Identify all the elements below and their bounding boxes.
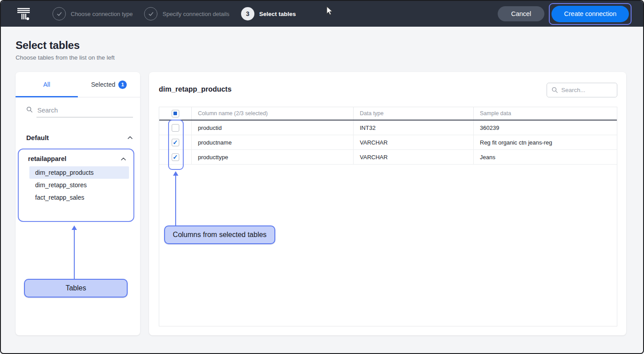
table-list: dim_retapp_products dim_retapp_stores fa… xyxy=(29,166,129,204)
checkbox-column-annotation-outline xyxy=(168,120,184,170)
tab-selected[interactable]: Selected 1 xyxy=(78,72,140,97)
thoughtspot-logo-icon xyxy=(16,6,31,22)
header-sample-data: Sample data xyxy=(473,107,618,120)
schema-label: retailapparel xyxy=(28,155,66,162)
group-default-label: Default xyxy=(26,134,49,141)
chevron-up-icon xyxy=(127,133,133,141)
schema-retailapparel[interactable]: retailapparel xyxy=(28,155,126,163)
columns-table-body: productid INT32 360239 productname VARCH… xyxy=(159,121,617,165)
select-all-checkbox[interactable] xyxy=(172,110,179,117)
cell-data-type: VARCHAR xyxy=(353,135,473,149)
columns-panel: dim_retapp_products Column name (2/3 sel… xyxy=(149,72,626,335)
step2-check-icon xyxy=(144,7,157,20)
step1-label: Choose connection type xyxy=(71,11,133,17)
tab-selected-label: Selected xyxy=(91,81,115,88)
page-subtitle: Choose tables from the list on the left xyxy=(16,54,115,61)
table-row: productname VARCHAR Reg fit organic ctn … xyxy=(159,135,617,150)
tab-all-label: All xyxy=(43,81,50,88)
header-column-name: Column name (2/3 selected) xyxy=(191,107,353,120)
columns-arrow-line xyxy=(175,175,176,225)
wizard-topbar: Choose connection type Specify connectio… xyxy=(1,1,643,27)
cell-column-name: productname xyxy=(191,135,353,149)
columns-table-header: Column name (2/3 selected) Data type Sam… xyxy=(159,107,617,121)
mouse-cursor xyxy=(326,6,333,18)
step3-label: Select tables xyxy=(259,11,296,17)
cell-data-type: INT32 xyxy=(353,121,473,135)
columns-search xyxy=(547,83,617,97)
active-tab-underline xyxy=(16,96,78,97)
app-window: Choose connection type Specify connectio… xyxy=(0,0,644,354)
step3-number: 3 xyxy=(241,7,254,20)
page-title: Select tables xyxy=(16,39,80,52)
table-item-dim-retapp-products[interactable]: dim_retapp_products xyxy=(29,166,129,179)
tables-callout: Tables xyxy=(24,279,128,298)
columns-search-input[interactable] xyxy=(561,87,613,93)
page-content: Select tables Choose tables from the lis… xyxy=(1,27,643,353)
cell-column-name: producttype xyxy=(191,150,353,164)
table-item-fact-retapp-sales[interactable]: fact_retapp_sales xyxy=(29,191,129,204)
header-checkbox-cell xyxy=(159,107,191,120)
tables-arrow-line xyxy=(74,229,75,279)
table-row: productid INT32 360239 xyxy=(159,121,617,135)
wizard-steps: Choose connection type Specify connectio… xyxy=(52,7,296,20)
tables-annotation-outline: retailapparel dim_retapp_products dim_re… xyxy=(18,149,134,222)
selected-table-title: dim_retapp_products xyxy=(159,85,232,93)
sidebar-search-input[interactable] xyxy=(36,106,133,117)
create-connection-button[interactable]: Create connection xyxy=(551,6,629,22)
columns-callout: Columns from selected tables xyxy=(164,225,275,244)
search-icon xyxy=(26,106,33,117)
topbar-actions: Cancel Create connection xyxy=(498,3,632,25)
table-row: producttype VARCHAR Jeans xyxy=(159,150,617,165)
columns-table: Column name (2/3 selected) Data type Sam… xyxy=(159,107,617,326)
step2-label: Specify connection details xyxy=(162,11,229,17)
cell-sample-data: Jeans xyxy=(473,150,618,164)
step1-check-icon xyxy=(52,7,66,20)
search-icon xyxy=(551,87,558,93)
tab-all[interactable]: All xyxy=(16,72,78,97)
cell-sample-data: Reg fit organic ctn jeans-reg xyxy=(473,135,618,149)
step-select-tables[interactable]: 3 Select tables xyxy=(241,7,296,20)
cell-sample-data: 360239 xyxy=(473,121,618,135)
cancel-button[interactable]: Cancel xyxy=(498,6,544,21)
step-specify-connection-details[interactable]: Specify connection details xyxy=(144,7,229,20)
cell-column-name: productid xyxy=(191,121,353,135)
create-connection-highlight: Create connection xyxy=(549,3,632,25)
group-default[interactable]: Default xyxy=(26,133,133,141)
sidebar-search xyxy=(26,106,133,117)
step-choose-connection-type[interactable]: Choose connection type xyxy=(52,7,133,20)
header-data-type: Data type xyxy=(353,107,473,120)
chevron-up-icon xyxy=(121,155,126,163)
cell-data-type: VARCHAR xyxy=(353,150,473,164)
selected-count-badge: 1 xyxy=(118,80,127,89)
table-item-dim-retapp-stores[interactable]: dim_retapp_stores xyxy=(29,179,129,191)
sidebar-tabs: All Selected 1 xyxy=(16,72,140,97)
